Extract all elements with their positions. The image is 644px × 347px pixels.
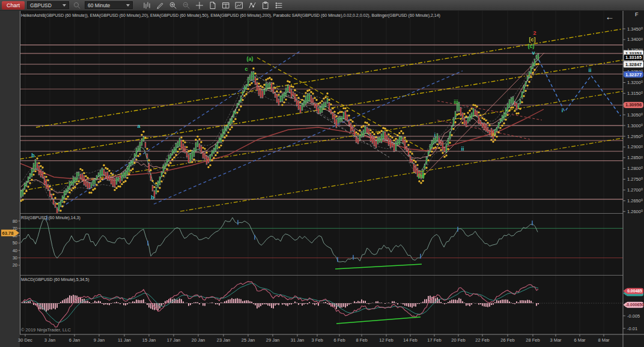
svg-text:(c): (c) xyxy=(528,43,535,49)
svg-text:20 Jan: 20 Jan xyxy=(192,337,205,343)
tab-chart[interactable]: Chart xyxy=(2,1,25,10)
svg-text:17 Feb: 17 Feb xyxy=(427,337,441,343)
interval-value: 60 Minute xyxy=(88,2,110,8)
svg-text:23 Jan: 23 Jan xyxy=(217,337,231,343)
svg-text:-0.000650: -0.000650 xyxy=(625,303,644,307)
svg-text:22 Feb: 22 Feb xyxy=(475,337,489,343)
rsi-panel-label: RSI(GBPUSD (60 Minute),14,3) xyxy=(21,216,80,220)
svg-text:9 Jan: 9 Jan xyxy=(94,337,105,343)
svg-text:1.28500: 1.28500 xyxy=(627,155,643,160)
svg-text:1.27000: 1.27000 xyxy=(627,187,643,193)
panel-icon[interactable] xyxy=(220,1,231,10)
chart-bars-icon[interactable] xyxy=(141,1,152,10)
svg-text:iii: iii xyxy=(454,99,458,105)
chevron-down-icon xyxy=(126,4,130,7)
svg-text:iv: iv xyxy=(491,131,496,137)
svg-text:80: 80 xyxy=(13,219,17,224)
svg-text:b: b xyxy=(31,152,35,158)
svg-text:20: 20 xyxy=(13,262,17,268)
back-arrow-button[interactable]: ← xyxy=(602,12,618,22)
crosshair-plus-icon[interactable] xyxy=(194,1,205,10)
chart-canvas[interactable]: 2[c](c)v(a)cabb(b)iiiiiiiviii1.345001.34… xyxy=(0,0,644,347)
pencil-icon[interactable] xyxy=(154,1,165,10)
svg-text:1.30000: 1.30000 xyxy=(627,123,643,128)
interval-dropdown[interactable]: 60 Minute xyxy=(85,1,133,9)
svg-text:8 Mar: 8 Mar xyxy=(598,337,610,343)
svg-text:c: c xyxy=(245,66,248,72)
svg-text:(a): (a) xyxy=(247,56,254,62)
svg-text:1.29000: 1.29000 xyxy=(627,144,643,149)
svg-text:6 Mar: 6 Mar xyxy=(574,337,586,343)
page-icon[interactable] xyxy=(207,1,218,10)
svg-text:63.78: 63.78 xyxy=(2,231,14,236)
price-panel-indicator-label: HeikenAshi8(GBPUSD (60 Minute)), EMA(GBP… xyxy=(21,13,440,17)
chevron-down-icon xyxy=(62,4,66,7)
svg-text:(b): (b) xyxy=(418,173,425,179)
svg-text:29 Jan: 29 Jan xyxy=(266,337,280,343)
instrument-dropdown[interactable]: GBPUSD xyxy=(27,1,69,9)
svg-text:1.27500: 1.27500 xyxy=(627,177,643,182)
zigzag-icon[interactable] xyxy=(247,1,258,10)
svg-text:[c]: [c] xyxy=(529,37,536,43)
svg-text:6 Feb: 6 Feb xyxy=(333,337,345,343)
svg-text:v: v xyxy=(532,50,535,56)
svg-text:26 Feb: 26 Feb xyxy=(500,337,514,343)
svg-text:14 Feb: 14 Feb xyxy=(403,337,417,343)
svg-text:28 Feb: 28 Feb xyxy=(526,337,539,343)
svg-text:8 Feb: 8 Feb xyxy=(356,337,367,343)
svg-text:1.34500: 1.34500 xyxy=(627,26,643,32)
svg-text:17 Jan: 17 Jan xyxy=(167,337,181,343)
svg-text:i: i xyxy=(562,107,564,113)
svg-text:6 Jan: 6 Jan xyxy=(69,337,80,343)
zoom-out-icon[interactable] xyxy=(181,1,192,10)
search-icon[interactable] xyxy=(71,1,82,10)
svg-text:1.32000: 1.32000 xyxy=(627,80,643,85)
svg-text:1.26500: 1.26500 xyxy=(627,198,643,204)
svg-text:i: i xyxy=(434,132,436,138)
svg-text:ii: ii xyxy=(461,146,464,152)
svg-text:15 Jan: 15 Jan xyxy=(142,337,156,343)
list-icon[interactable] xyxy=(273,1,284,10)
svg-text:30: 30 xyxy=(13,255,17,261)
svg-text:12 Feb: 12 Feb xyxy=(379,337,393,343)
chart-image-icon[interactable] xyxy=(234,1,245,10)
clipboard-icon[interactable] xyxy=(260,1,271,10)
svg-text:1.28000: 1.28000 xyxy=(627,166,643,171)
instrument-value: GBPUSD xyxy=(30,2,52,8)
svg-text:50: 50 xyxy=(13,240,17,246)
svg-text:20 Feb: 20 Feb xyxy=(451,337,465,343)
svg-text:1.31500: 1.31500 xyxy=(627,91,643,96)
zoom-in-icon[interactable] xyxy=(168,1,178,10)
copyright-text: © 2019 NinjaTrader, LLC xyxy=(21,327,71,333)
svg-text:31 Jan: 31 Jan xyxy=(291,337,305,343)
toolbar: Chart GBPUSD 60 Minute xyxy=(0,0,644,11)
svg-text:1.30500: 1.30500 xyxy=(627,112,643,118)
svg-text:1.33165: 1.33165 xyxy=(625,55,642,60)
svg-text:1.32847: 1.32847 xyxy=(625,62,642,67)
svg-text:1.32377: 1.32377 xyxy=(625,72,642,77)
svg-text:0.00485: 0.00485 xyxy=(627,289,642,293)
svg-text:25 Jan: 25 Jan xyxy=(242,337,255,343)
ninjatrader-chart-window: 2[c](c)v(a)cabb(b)iiiiiiiviii1.345001.34… xyxy=(0,0,644,347)
svg-text:30 Dec: 30 Dec xyxy=(18,337,32,343)
svg-text:3 Jan: 3 Jan xyxy=(44,337,55,343)
svg-text:3 Feb: 3 Feb xyxy=(311,337,323,343)
svg-text:1.26000: 1.26000 xyxy=(627,209,643,214)
svg-text:40: 40 xyxy=(13,248,17,253)
svg-text:1.29500: 1.29500 xyxy=(627,134,643,139)
svg-text:ii: ii xyxy=(588,67,591,73)
svg-text:11 Jan: 11 Jan xyxy=(118,337,131,343)
axis-corner-label: F xyxy=(635,11,639,17)
macd-panel-label: MACD(GBPUSD (60 Minute),5,34,5) xyxy=(21,277,90,282)
svg-text:2: 2 xyxy=(533,30,536,36)
svg-text:b: b xyxy=(151,195,154,201)
svg-text:1.30956: 1.30956 xyxy=(625,102,642,107)
svg-text:3 Mar: 3 Mar xyxy=(550,337,562,343)
svg-text:-0.01: -0.01 xyxy=(627,326,637,331)
svg-text:1.34000: 1.34000 xyxy=(627,37,643,42)
svg-text:-0.005: -0.005 xyxy=(627,313,640,319)
